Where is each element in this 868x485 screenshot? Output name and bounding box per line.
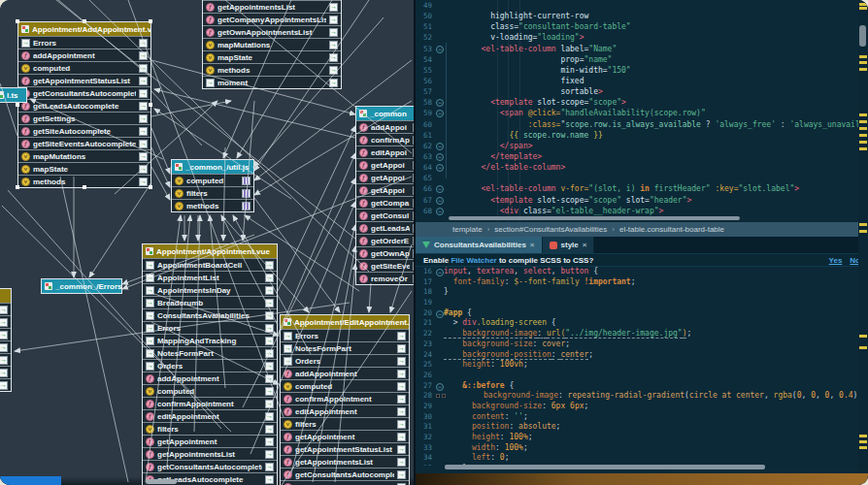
usages-icon[interactable]: [242, 189, 250, 198]
navigate-arrow-icon[interactable]: [265, 274, 274, 282]
navigate-arrow-icon[interactable]: [139, 165, 148, 174]
code-line[interactable]: 49: [416, 0, 868, 11]
node-member-row[interactable]: getConsultantsAutocomplete: [281, 468, 409, 480]
navigate-arrow-icon[interactable]: [265, 286, 274, 295]
code-line[interactable]: 22 background-image: url("../img/header-…: [416, 329, 868, 340]
navigate-arrow-icon[interactable]: [265, 311, 274, 320]
node-member-row[interactable]: confirmAppointment: [281, 392, 409, 404]
warning-stripe-mark[interactable]: [859, 440, 867, 443]
navigate-arrow-icon[interactable]: [139, 140, 148, 148]
node-member-row[interactable]: mapState: [18, 162, 150, 175]
node-member-row[interactable]: getCompa: [356, 196, 414, 209]
navigate-arrow-icon[interactable]: [265, 475, 274, 484]
usages-icon[interactable]: [242, 202, 250, 210]
code-line[interactable]: 28 background-image: repeating-radial-gr…: [416, 391, 868, 402]
navigate-arrow-icon[interactable]: [139, 178, 148, 186]
editor-tab-ConsultantsAvailabilities[interactable]: ConsultantsAvailabilities×: [416, 237, 543, 253]
scrollbar-error-stripe[interactable]: [858, 0, 868, 473]
navigate-arrow-icon[interactable]: [0, 356, 8, 365]
code-line[interactable]: 32 height: 100%;: [416, 433, 868, 443]
node-member-row[interactable]: Orders: [143, 359, 277, 372]
node-member-row[interactable]: [0, 303, 11, 315]
navigate-arrow-icon[interactable]: [265, 450, 274, 459]
node-member-row[interactable]: [0, 340, 11, 353]
navigate-arrow-icon[interactable]: [0, 306, 8, 314]
code-line[interactable]: 62 </span>: [416, 141, 868, 151]
node-member-row[interactable]: getAppointment: [143, 435, 277, 447]
code-line[interactable]: 56 fixed: [416, 76, 868, 86]
navigate-arrow-icon[interactable]: [397, 382, 406, 391]
selection-handle[interactable]: [149, 19, 152, 23]
node-member-row[interactable]: getSiteEventsAutocomplete: [18, 137, 150, 149]
code-editor-scss[interactable]: 16input, textarea, select, button {17 fo…: [416, 267, 868, 466]
navigate-arrow-icon[interactable]: [139, 152, 148, 161]
navigate-arrow-icon[interactable]: [265, 400, 274, 408]
code-line[interactable]: 51 class="consultant-board-table": [416, 21, 868, 32]
code-line[interactable]: 54 prop="name": [416, 54, 868, 65]
code-line[interactable]: 31 position: absolute;: [416, 422, 868, 433]
code-editor-template[interactable]: 4950 highlight-current-row51 class="cons…: [416, 0, 868, 222]
navigate-arrow-icon[interactable]: [413, 136, 414, 145]
node-member-row[interactable]: AppointmentBoardCell: [143, 258, 277, 271]
node-member-row[interactable]: editAppoi: [356, 146, 414, 158]
code-line[interactable]: 55 min-width="150": [416, 65, 868, 76]
navigate-arrow-icon[interactable]: [413, 199, 414, 208]
node-member-row[interactable]: getAppoi: [356, 183, 414, 196]
navigate-arrow-icon[interactable]: [397, 395, 406, 404]
node-member-row[interactable]: addAppoi: [356, 120, 414, 133]
node-member-row[interactable]: moment: [203, 76, 341, 88]
navigate-arrow-icon[interactable]: [397, 445, 406, 454]
code-line[interactable]: 57 sortable>: [416, 86, 868, 97]
selection-handle[interactable]: [83, 185, 86, 189]
navigate-arrow-icon[interactable]: [329, 3, 338, 12]
warning-stripe-mark[interactable]: [859, 55, 867, 58]
node-member-row[interactable]: [0, 378, 11, 391]
navigate-arrow-icon[interactable]: [139, 77, 148, 85]
usages-icon[interactable]: [242, 177, 250, 185]
node-member-row[interactable]: addAppointment: [18, 48, 150, 61]
node-header[interactable]: Appointment/AddAppointment.vue: [18, 22, 150, 36]
navigate-arrow-icon[interactable]: [0, 369, 8, 377]
code-line[interactable]: 64 </el-table-column>: [416, 162, 868, 173]
warning-stripe-mark[interactable]: [859, 61, 867, 64]
diagram-horizontal-scrollbar[interactable]: [146, 479, 177, 484]
node-member-row[interactable]: [0, 366, 11, 378]
vertical-scrollbar-thumb[interactable]: [859, 25, 866, 47]
navigate-arrow-icon[interactable]: [397, 470, 406, 479]
node-member-row[interactable]: methods: [172, 199, 253, 211]
node-member-row[interactable]: getOrderE: [356, 234, 414, 246]
navigate-arrow-icon[interactable]: [139, 64, 148, 73]
warning-stripe-mark[interactable]: [859, 68, 867, 71]
node-member-row[interactable]: getAppointment: [281, 430, 409, 442]
code-line[interactable]: 61 {{ scope.row.name }}: [416, 130, 868, 141]
navigate-arrow-icon[interactable]: [413, 174, 414, 182]
navigate-arrow-icon[interactable]: [413, 275, 414, 283]
warning-stripe-mark[interactable]: [859, 230, 867, 233]
navigate-arrow-icon[interactable]: [413, 123, 414, 132]
node-member-row[interactable]: getAppoi: [356, 171, 414, 183]
navigate-arrow-icon[interactable]: [413, 249, 414, 258]
dependency-diagram-panel[interactable]: Appointment/AddAppointment.vueErrorsaddA…: [0, 0, 414, 485]
node-member-row[interactable]: filters: [281, 417, 409, 430]
diagram-node-common-errors[interactable]: _common_/Errors.js: [41, 278, 122, 294]
navigate-arrow-icon[interactable]: [139, 114, 148, 123]
node-member-row[interactable]: MappingAndTracking: [143, 334, 277, 346]
navigate-arrow-icon[interactable]: [265, 374, 274, 383]
fold-icon[interactable]: [435, 308, 444, 319]
node-member-row[interactable]: [0, 328, 11, 340]
node-member-row[interactable]: getAppoi: [356, 158, 414, 171]
node-header[interactable]: Appointment/Appointment.vue: [143, 244, 277, 258]
warning-stripe-mark[interactable]: [859, 446, 867, 449]
code-line[interactable]: 24 background-position: center;: [416, 350, 868, 361]
code-line[interactable]: 18}: [416, 287, 868, 298]
diagram-node-model-ts[interactable]: l.ts: [0, 87, 27, 103]
tab-close-icon[interactable]: ×: [583, 241, 587, 249]
selection-handle[interactable]: [149, 103, 152, 107]
node-member-row[interactable]: editAppointment: [281, 404, 409, 417]
code-line[interactable]: 52 v-loading="loading">: [416, 32, 868, 43]
warning-stripe-mark[interactable]: [859, 223, 867, 226]
navigate-arrow-icon[interactable]: [139, 89, 148, 98]
navigate-arrow-icon[interactable]: [0, 343, 8, 352]
fold-icon[interactable]: [435, 267, 444, 277]
node-member-row[interactable]: computed: [281, 379, 409, 392]
